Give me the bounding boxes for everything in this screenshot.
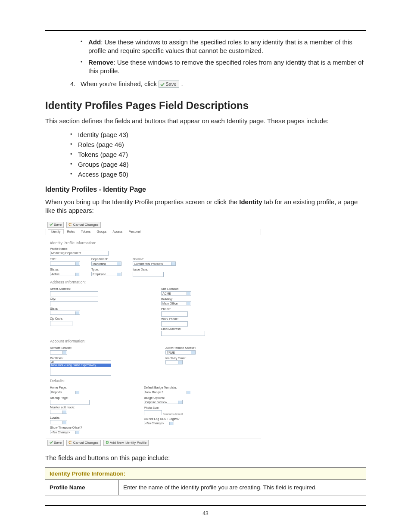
top-bullet-list: Add: Use these windows to assign the spe… (81, 38, 366, 75)
toc-groups: Groups (page 48) (70, 161, 366, 168)
bottom-rule (45, 505, 366, 506)
sel-status[interactable]: Active (50, 272, 80, 276)
lbl-remote: Remote Enable: (50, 346, 111, 350)
shot-bottom-toolbar: Save Cancel Changes Add New Identity Pro… (46, 438, 261, 447)
list-item: All (50, 361, 111, 364)
sel-type[interactable]: Employee (91, 272, 121, 276)
shot-tab-identity[interactable]: Identity (48, 229, 64, 234)
sel-division[interactable]: Commercial Products (133, 261, 176, 266)
save-button-inline[interactable]: Save (159, 81, 179, 88)
top-rule (45, 30, 366, 31)
shot-tab-roles[interactable]: Roles (65, 230, 78, 233)
subsection-intro: When you bring up the Identity Profile p… (45, 198, 366, 215)
shot-group-def: Defaults: (50, 379, 257, 383)
table-header: Identity Profile Information: (45, 468, 366, 480)
step-4-after: . (181, 80, 183, 87)
lbl-bldg: Building: (161, 298, 205, 301)
fld-profile-name[interactable]: Marketing Department (50, 251, 109, 256)
sel-state[interactable] (50, 311, 80, 315)
intro-part1: When you bring up the Identity Profile p… (45, 198, 239, 205)
toc-tokens: Tokens (page 47) (70, 151, 366, 158)
table-key: Profile Name (45, 480, 119, 495)
sel-title[interactable] (50, 261, 80, 266)
shot-tab-groups[interactable]: Groups (94, 230, 109, 233)
shot-tab-tokens[interactable]: Tokens (78, 230, 93, 233)
undo-icon (68, 223, 72, 226)
step-4-number: 4. (70, 80, 76, 88)
photo-hint: 0 means default (163, 413, 183, 416)
after-shot-text: The fields and buttons on this page incl… (45, 454, 366, 462)
lbl-rest: Do Not Log REST Logins? (144, 417, 191, 421)
lbl-photo: Photo Size: (144, 406, 191, 410)
fld-zip[interactable] (50, 321, 72, 326)
sel-badge[interactable]: New Badge 3 (144, 390, 191, 394)
fld-startup[interactable] (50, 400, 90, 405)
lbl-type: Type: (91, 268, 121, 271)
sel-monitor[interactable] (50, 410, 67, 414)
lbl-zip: Zip Code: (50, 317, 98, 320)
lbl-startup: Startup Page: (50, 396, 90, 400)
sel-options[interactable]: Capture preview (144, 400, 183, 404)
sel-allow[interactable]: TRUE (165, 350, 196, 355)
toc-access: Access (page 50) (70, 171, 366, 178)
shot-save-button-bottom[interactable]: Save (47, 440, 64, 446)
sel-bldg[interactable]: Main Office (161, 301, 191, 305)
plus-icon (106, 441, 109, 444)
lbl-phone: Phone: (161, 308, 205, 311)
intro-bold: Identity (239, 198, 262, 205)
lbl-email: Email Address: (161, 327, 205, 331)
shot-addnew-button[interactable]: Add New Identity Profile (103, 440, 149, 446)
lbl-tz: Show Timezone Offset? (50, 426, 90, 429)
fld-work[interactable] (161, 321, 188, 327)
check-icon (50, 441, 53, 444)
toc-list: Identity (page 43) Roles (page 46) Token… (70, 131, 366, 178)
list-partitions[interactable]: All New York - Long Island Expressway (50, 360, 111, 376)
sel-remote[interactable] (50, 350, 67, 355)
bullet-add-term: Add (88, 38, 101, 46)
fld-city[interactable] (50, 301, 98, 306)
sel-dept[interactable]: Marketing (91, 261, 121, 266)
fld-phone[interactable] (161, 311, 188, 317)
lbl-inact: Inactivity Timer: (165, 357, 196, 360)
sel-inact[interactable] (165, 360, 183, 364)
lbl-dept: Department: (91, 258, 121, 261)
shot-cancel-label: Cancel Changes (73, 223, 98, 227)
sel-home[interactable]: Reports (50, 390, 80, 394)
lbl-state: State: (50, 307, 98, 311)
table-value: Enter the name of the identity profile y… (119, 480, 366, 495)
check-icon (160, 82, 165, 87)
shot-group-acct: Account Information: (50, 339, 257, 344)
lbl-work: Work Phone: (161, 317, 205, 321)
lbl-profile-name: Profile Name: (50, 247, 257, 251)
step-list: 4. When you're finished, click Save . (70, 80, 366, 88)
lbl-allow: Allow Remote Access? (165, 346, 196, 350)
undo-icon (68, 441, 72, 444)
sel-site[interactable]: ACME (161, 291, 191, 296)
shot-cancel-button-bottom[interactable]: Cancel Changes (66, 440, 100, 446)
shot-save-label: Save (54, 223, 62, 227)
field-description-table: Identity Profile Information: Profile Na… (45, 467, 366, 495)
shot-cancel-label-bottom: Cancel Changes (73, 441, 98, 445)
lbl-status: Status: (50, 268, 80, 271)
section-lead: This section defines the fields and butt… (45, 117, 366, 125)
fld-issue[interactable] (133, 272, 164, 277)
sel-tz[interactable]: <No Change> (50, 430, 80, 434)
fld-photo[interactable] (144, 410, 162, 415)
sel-locale[interactable] (50, 420, 67, 424)
bullet-remove: Remove: Use these windows to remove the … (81, 58, 366, 76)
shot-addnew-label: Add New Identity Profile (110, 441, 146, 445)
shot-save-button[interactable]: Save (47, 222, 64, 228)
sel-rest[interactable]: <No Change> (144, 421, 174, 425)
section-heading: Identity Profiles Pages Field Descriptio… (45, 100, 366, 112)
lbl-issue: Issue Date: (133, 268, 176, 271)
toc-identity: Identity (page 43) (70, 131, 366, 138)
subsection-heading: Identity Profiles - Identity Page (45, 186, 366, 193)
shot-tab-personal[interactable]: Personal (126, 230, 143, 233)
fld-email[interactable] (161, 331, 205, 336)
shot-tab-access[interactable]: Access (110, 230, 125, 233)
lbl-site: Site Location: (161, 287, 205, 291)
embedded-screenshot: Save Cancel Changes Identity Roles Token… (45, 220, 262, 448)
save-button-label: Save (165, 81, 176, 87)
shot-cancel-button[interactable]: Cancel Changes (66, 222, 100, 228)
fld-street[interactable] (50, 291, 98, 296)
